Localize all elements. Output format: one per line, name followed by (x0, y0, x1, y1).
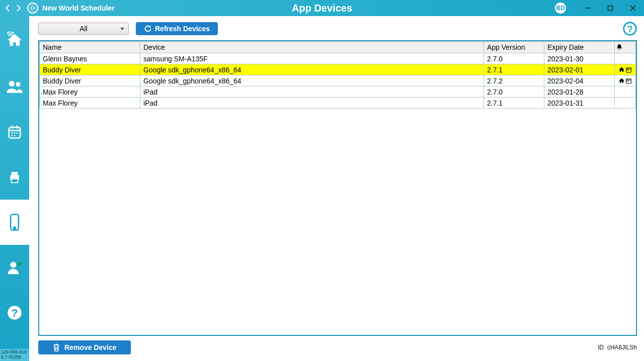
nav-forward[interactable] (14, 4, 23, 13)
table-row[interactable]: Buddy DiverGoogle sdk_gphone64_x86_642.7… (40, 64, 636, 75)
cell-device: iPad (140, 98, 484, 109)
calendar-icon (625, 66, 632, 73)
col-notify[interactable] (615, 42, 636, 53)
refresh-label: Refresh Devices (155, 25, 210, 33)
cell-device: Google sdk_gphone64_x86_64 (140, 64, 484, 75)
filter-value: All (79, 25, 88, 33)
svg-rect-28 (628, 70, 629, 71)
cell-name: Max Florey (40, 98, 140, 109)
cell-version: 2.7.2 (484, 75, 544, 86)
cell-version: 2.7.0 (484, 53, 544, 64)
table-row[interactable]: Buddy DiverGoogle sdk_gphone64_x86_642.7… (40, 75, 636, 86)
table-row[interactable]: Max FloreyiPad2.7.12023-01-31 (40, 98, 636, 109)
col-device[interactable]: Device (140, 42, 484, 53)
filter-dropdown[interactable]: All (38, 23, 129, 35)
cell-icons (615, 75, 636, 86)
sidebar-help[interactable]: ? (0, 290, 29, 335)
svg-rect-3 (608, 6, 612, 11)
refresh-icon (144, 25, 152, 33)
app-name: New World Scheduler (42, 4, 115, 12)
window-maximize[interactable] (599, 0, 621, 16)
home-icon (618, 66, 625, 73)
refresh-button[interactable]: Refresh Devices (136, 22, 218, 35)
col-version[interactable]: App Version (484, 42, 544, 53)
window-close[interactable] (621, 0, 644, 16)
svg-rect-27 (627, 70, 628, 71)
cell-expiry: 2023-02-04 (544, 75, 615, 86)
svg-rect-16 (12, 172, 18, 175)
sidebar-home[interactable] (0, 16, 29, 64)
table-row[interactable]: Max FloreyiPad2.7.02023-01-28 (40, 86, 636, 98)
remove-label: Remove Device (64, 343, 117, 351)
cell-device: samsung SM-A135F (140, 53, 484, 64)
help-icon[interactable]: ? (623, 22, 637, 36)
table-scroll[interactable]: Name Device App Version Expiry Date Glen… (39, 41, 636, 335)
cell-device: Google sdk_gphone64_x86_64 (140, 75, 484, 86)
footer-version: 6.7 #1255 (1, 355, 29, 360)
remove-button[interactable]: Remove Device (38, 340, 131, 354)
svg-rect-31 (627, 81, 628, 82)
window-minimize[interactable] (576, 0, 599, 16)
cell-device: iPad (140, 86, 484, 98)
svg-point-5 (16, 82, 21, 86)
home-icon (618, 77, 625, 84)
svg-rect-32 (628, 81, 629, 82)
sidebar-footer: 129-565-919 6.7 #1255 (0, 349, 29, 361)
cell-name: Buddy Diver (40, 64, 140, 75)
sidebar-devices[interactable] (0, 200, 29, 245)
sidebar-user-check[interactable] (0, 245, 29, 290)
page-title: App Devices (292, 3, 352, 14)
cell-version: 2.7.1 (484, 98, 544, 109)
sidebar-people[interactable] (0, 64, 29, 109)
svg-point-20 (10, 262, 16, 268)
svg-point-4 (9, 81, 15, 86)
cell-name: Glenn Baynes (40, 53, 140, 64)
cell-name: Max Florey (40, 86, 140, 98)
svg-text:?: ? (627, 24, 632, 34)
footer-id: ID cHA8JlLSh (598, 344, 637, 351)
cell-icons (615, 64, 636, 75)
nav-back[interactable] (3, 4, 12, 13)
cell-expiry: 2023-01-28 (544, 86, 615, 98)
cell-version: 2.7.1 (484, 64, 544, 75)
cell-icons (615, 53, 636, 64)
bell-icon (616, 44, 623, 51)
trash-icon (52, 343, 60, 352)
devices-table: Name Device App Version Expiry Date Glen… (39, 41, 636, 109)
col-expiry[interactable]: Expiry Date (544, 42, 615, 53)
globe-icon (27, 3, 38, 14)
cell-name: Buddy Diver (40, 75, 140, 86)
table-row[interactable]: Glenn Baynessamsung SM-A135F2.7.02023-01… (40, 53, 636, 64)
sidebar-print[interactable] (0, 154, 29, 200)
cell-expiry: 2023-02-01 (544, 64, 615, 75)
calendar-icon (625, 77, 632, 84)
cell-expiry: 2023-01-30 (544, 53, 615, 64)
cell-expiry: 2023-01-31 (544, 98, 615, 109)
svg-text:?: ? (12, 307, 18, 319)
svg-rect-17 (12, 179, 18, 183)
cell-version: 2.7.0 (484, 86, 544, 98)
avatar[interactable]: BD (555, 3, 566, 14)
svg-point-19 (14, 227, 16, 229)
cell-icons (615, 86, 636, 98)
sidebar-calendar[interactable] (0, 109, 29, 154)
col-name[interactable]: Name (40, 42, 140, 53)
cell-icons (615, 98, 636, 109)
